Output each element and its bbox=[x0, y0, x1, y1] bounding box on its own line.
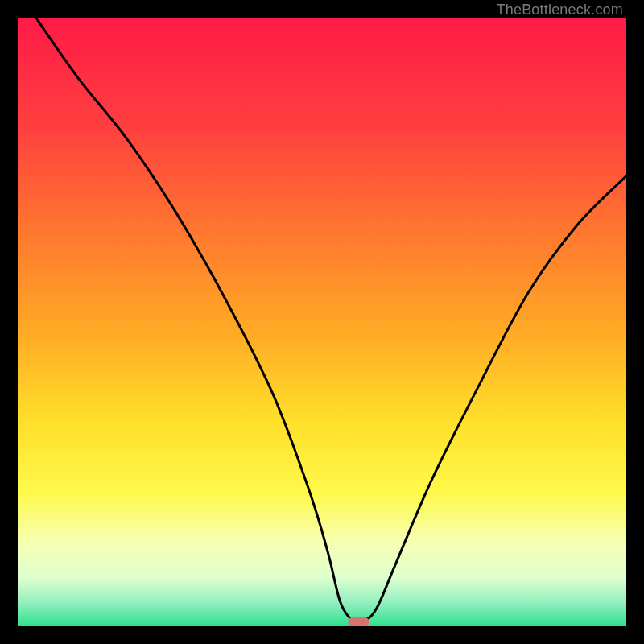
minimum-marker bbox=[348, 617, 369, 627]
chart-frame: TheBottleneck.com bbox=[0, 0, 644, 644]
bottleneck-plot bbox=[18, 18, 626, 626]
watermark-text: TheBottleneck.com bbox=[497, 2, 623, 19]
